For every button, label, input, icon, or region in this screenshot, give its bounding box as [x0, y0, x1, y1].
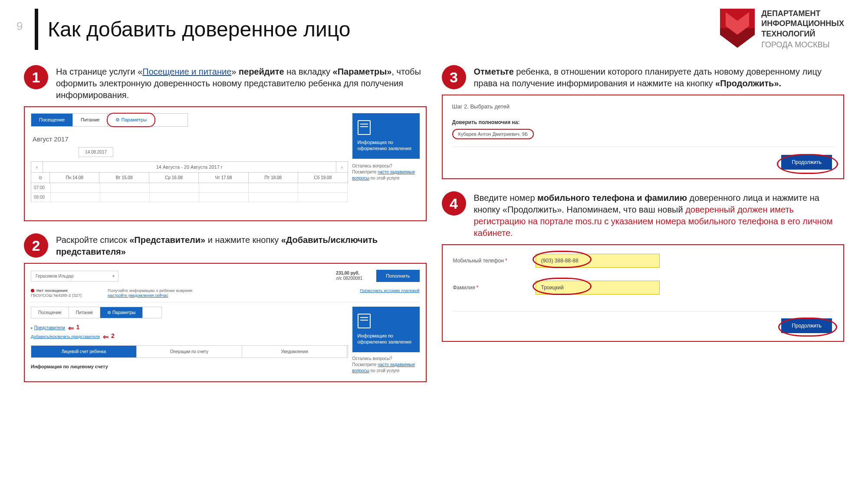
page-title: Как добавить доверенное лицо — [48, 17, 350, 41]
week-next[interactable]: › — [336, 162, 348, 172]
info-card[interactable]: Информация по оформлению заявления — [352, 113, 420, 159]
screenshot-4: Мобильный телефон* (903) 388-88-88 Фамил… — [442, 244, 845, 342]
balance: 231,00 руб.л/с 08200081 — [336, 271, 362, 281]
tab-params[interactable]: ⚙ Параметры — [107, 113, 155, 127]
tab-attendance[interactable]: Посещение — [31, 114, 73, 126]
section-label: Доверить полномочия на: — [452, 119, 834, 125]
status-badge: Нет посещения — [36, 288, 68, 293]
highlight-ring — [778, 318, 837, 337]
logo-line1: ДЕПАРТАМЕНТ — [761, 9, 844, 19]
logo-line3: ТЕХНОЛОГИЙ — [761, 29, 844, 39]
continue-button[interactable]: Продолжить — [781, 155, 832, 170]
step-1: 1 На странице услуги «Посещение и питани… — [24, 65, 427, 101]
phone-label: Мобильный телефон* — [453, 258, 536, 264]
week-prev[interactable]: ‹ — [31, 162, 43, 172]
add-rep-link[interactable]: Добавить/исключить представителя — [31, 334, 100, 339]
tab-account[interactable]: Лицевой счет ребенка — [31, 346, 137, 357]
tab-ops[interactable]: Операции по счету — [137, 346, 242, 357]
surname-label: Фамилия* — [453, 285, 536, 291]
child-select[interactable]: Герасимов Ильдар — [31, 271, 118, 282]
step-badge-4: 4 — [442, 191, 466, 216]
faq-block: Остались вопросы? Посмотрите часто задав… — [352, 163, 420, 181]
week-range: 14 Августа - 20 Августа 2017 г — [43, 162, 336, 172]
wizard-step: Шаг 2. Выбрать детей — [452, 103, 834, 110]
title-accent — [35, 9, 38, 50]
page-number: 9 — [16, 20, 23, 33]
topup-button[interactable]: Пополнить — [376, 270, 419, 282]
phone-input[interactable]: (903) 388-88-88 — [536, 254, 660, 268]
screenshot-2: Герасимов Ильдар 231,00 руб.л/с 08200081… — [24, 263, 427, 382]
arrow-icon: ⇐ — [103, 333, 108, 341]
arrow-icon: ⇐ — [68, 324, 74, 332]
step-1-text: На странице услуги «Посещение и питание»… — [56, 65, 427, 101]
step-3-text: Отметьте ребенка, в отношении которого п… — [474, 65, 845, 89]
step-badge-2: 2 — [24, 233, 48, 258]
logo-line4: ГОРОДА МОСКВЫ — [761, 40, 844, 50]
step-3: 3 Отметьте ребенка, в отношении которого… — [442, 65, 845, 89]
tab-params[interactable]: ⚙ Параметры — [100, 307, 143, 318]
days-header: ⊙Пн 14.08Вт 15.08Ср 16.08Чт 17.08Пт 18.0… — [31, 173, 348, 183]
shield-icon — [720, 9, 755, 48]
month-label: Август 2017 — [33, 135, 348, 143]
service-link[interactable]: Посещение и питание — [142, 67, 231, 76]
step-badge-1: 1 — [24, 65, 48, 89]
step-2-text: Раскройте список «Представители» и нажми… — [56, 233, 427, 258]
step-4-text: Введите номер мобильного телефона и фами… — [474, 191, 845, 239]
step-4: 4 Введите номер мобильного телефона и фа… — [442, 191, 845, 239]
time-row: 07:00 — [31, 183, 348, 193]
screenshot-3: Шаг 2. Выбрать детей Доверить полномочия… — [442, 95, 845, 179]
child-checkbox[interactable]: Кубарев Антон Дмитриевич, 9Б — [452, 129, 534, 139]
tab-attendance[interactable]: Посещение — [31, 307, 69, 318]
tabs-row: Посещение Питание ⚙ Параметры — [31, 113, 188, 127]
tab-meals[interactable]: Питание — [69, 307, 100, 318]
logo-line2: ИНФОРМАЦИОННЫХ — [761, 19, 844, 29]
surname-input[interactable]: Троицкий — [536, 281, 660, 295]
notif-link[interactable]: настройте уведомления сейчас — [108, 293, 168, 298]
screenshot-1: Посещение Питание ⚙ Параметры Август 201… — [24, 106, 427, 221]
time-row: 08:00 — [31, 193, 348, 202]
reps-link[interactable]: Представители — [34, 325, 65, 330]
faq-block: Остались вопросы? Посмотрите часто задав… — [352, 356, 420, 374]
step-badge-3: 3 — [442, 65, 466, 89]
step-2: 2 Раскройте список «Представители» и наж… — [24, 233, 427, 258]
account-heading: Информация по лицевому счету — [31, 364, 348, 369]
document-icon — [358, 120, 371, 135]
tab-meals[interactable]: Питание — [73, 114, 108, 126]
dept-logo: ДЕПАРТАМЕНТ ИНФОРМАЦИОННЫХ ТЕХНОЛОГИЙ ГО… — [720, 9, 844, 50]
tab-notif[interactable]: Уведомления — [242, 346, 348, 357]
history-link[interactable]: Посмотреть историю платежей — [360, 288, 419, 293]
document-icon — [358, 314, 371, 328]
date-picker[interactable]: 14.08.2017 — [79, 147, 113, 157]
info-card[interactable]: Информация по оформлению заявления — [352, 307, 420, 352]
